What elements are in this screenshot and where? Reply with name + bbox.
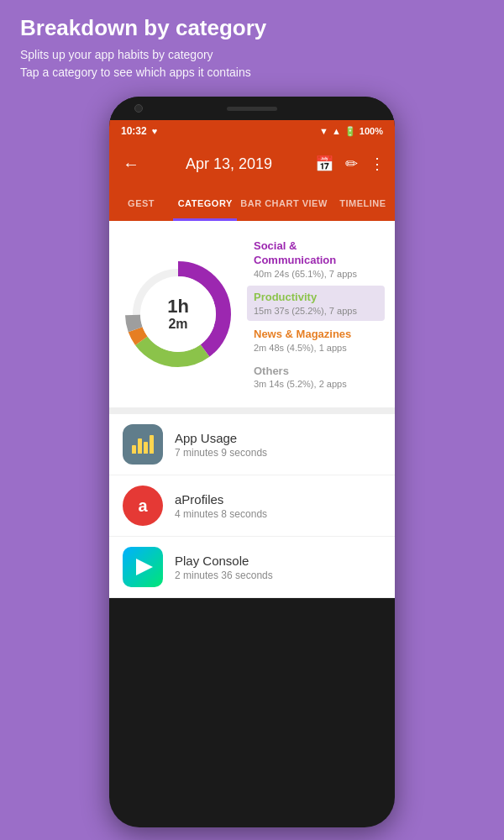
app-time-aprofiles: 4 minutes 8 seconds: [175, 508, 381, 520]
tab-gest[interactable]: GEST: [109, 186, 173, 221]
chart-section: 1h 2m Social & Communication 40m 24s (65…: [109, 221, 395, 407]
app-name-playconsole: Play Console: [175, 554, 381, 568]
tab-barchart[interactable]: BAR CHART VIEW: [237, 186, 331, 221]
app-time-playconsole: 2 minutes 36 seconds: [175, 570, 381, 581]
battery-percent: 100%: [360, 126, 383, 136]
toolbar-date: Apr 13, 2019: [151, 155, 307, 173]
legend-item-productivity[interactable]: Productivity 15m 37s (25.2%), 7 apps: [247, 286, 385, 321]
legend-detail-social: 40m 24s (65.1%), 7 apps: [254, 269, 378, 279]
phone-top-bar: [109, 97, 395, 120]
legend-detail-productivity: 15m 37s (25.2%), 7 apps: [254, 306, 378, 316]
back-button[interactable]: ←: [119, 151, 143, 177]
legend-item-news[interactable]: News & Magazines 2m 48s (4.5%), 1 apps: [247, 323, 385, 358]
app-info-aprofiles: aProfiles 4 minutes 8 seconds: [175, 492, 381, 520]
legend-name-others: Others: [254, 365, 378, 379]
edit-icon[interactable]: ✏: [345, 155, 358, 173]
phone-camera: [134, 104, 143, 113]
donut-center-main: 1h: [167, 297, 189, 317]
app-toolbar: ← Apr 13, 2019 📅 ✏ ⋮: [109, 142, 395, 186]
donut-chart: 1h 2m: [119, 255, 237, 373]
legend-item-others[interactable]: Others 3m 14s (5.2%), 2 apps: [247, 360, 385, 395]
phone-speaker: [227, 107, 277, 111]
more-options-icon[interactable]: ⋮: [370, 155, 385, 173]
status-bar: 10:32 ♥ ▼ ▲ 🔋 100%: [109, 120, 395, 142]
app-time-appusage: 7 minutes 9 seconds: [175, 447, 381, 459]
promo-title: Breakdown by category: [20, 15, 484, 41]
app-icon-playconsole: [123, 547, 163, 587]
legend-detail-news: 2m 48s (4.5%), 1 apps: [254, 343, 378, 353]
promo-subtitle-1: Splits up your app habits by category: [20, 46, 484, 64]
heart-icon: ♥: [152, 126, 158, 136]
wifi-icon: ▼: [319, 126, 328, 136]
app-name-aprofiles: aProfiles: [175, 492, 381, 507]
app-icon-appusage: [123, 424, 163, 465]
aprofiles-letter: a: [138, 496, 147, 516]
tab-bar: GEST CATEGORY BAR CHART VIEW TIMELINE: [109, 186, 395, 221]
status-time: 10:32: [121, 125, 147, 137]
phone-frame: 10:32 ♥ ▼ ▲ 🔋 100% ← Apr 13, 2019 📅 ✏ ⋮ …: [109, 97, 395, 827]
tab-category[interactable]: CATEGORY: [173, 186, 237, 221]
app-icon-aprofiles: a: [123, 486, 163, 526]
legend-name-productivity: Productivity: [254, 291, 378, 305]
donut-center-text: 1h 2m: [167, 297, 189, 332]
toolbar-icons: 📅 ✏ ⋮: [315, 155, 385, 173]
promo-subtitle-2: Tap a category to see which apps it cont…: [20, 64, 484, 81]
app-name-appusage: App Usage: [175, 431, 381, 445]
app-info-playconsole: Play Console 2 minutes 36 seconds: [175, 554, 381, 581]
status-right: ▼ ▲ 🔋 100%: [319, 126, 383, 137]
calendar-icon[interactable]: 📅: [315, 155, 333, 173]
tab-timeline[interactable]: TIMELINE: [331, 186, 395, 221]
playconsole-svg: [123, 547, 163, 587]
signal-icon: ▲: [332, 126, 341, 136]
donut-center-sub: 2m: [167, 318, 189, 333]
list-item[interactable]: Play Console 2 minutes 36 seconds: [109, 537, 395, 598]
app-content: 1h 2m Social & Communication 40m 24s (65…: [109, 221, 395, 598]
section-divider: [109, 407, 395, 414]
legend-name-social: Social & Communication: [254, 239, 378, 268]
barchart-icon: [132, 435, 154, 454]
app-list: App Usage 7 minutes 9 seconds a aProfile…: [109, 414, 395, 598]
list-item[interactable]: App Usage 7 minutes 9 seconds: [109, 414, 395, 475]
status-left: 10:32 ♥: [121, 125, 157, 137]
legend-area: Social & Communication 40m 24s (65.1%), …: [247, 234, 385, 394]
legend-name-news: News & Magazines: [254, 328, 378, 342]
app-info-appusage: App Usage 7 minutes 9 seconds: [175, 431, 381, 459]
legend-item-social[interactable]: Social & Communication 40m 24s (65.1%), …: [247, 234, 385, 284]
legend-detail-others: 3m 14s (5.2%), 2 apps: [254, 379, 378, 389]
battery-icon: 🔋: [344, 126, 356, 137]
list-item[interactable]: a aProfiles 4 minutes 8 seconds: [109, 475, 395, 537]
promo-header: Breakdown by category Splits up your app…: [0, 0, 504, 93]
